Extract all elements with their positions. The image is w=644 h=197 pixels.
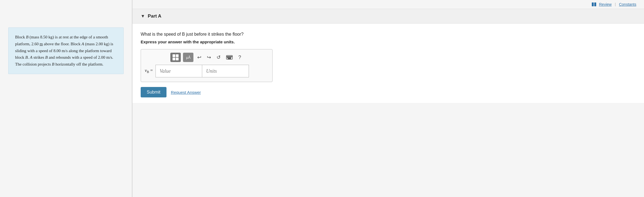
help-button[interactable]: ? — [237, 54, 243, 61]
toolbar: μÅ ↩ ↪ ↺ — [145, 53, 268, 62]
redo-button[interactable]: ↪ — [205, 53, 213, 61]
svg-rect-11 — [231, 57, 231, 58]
svg-rect-5 — [229, 56, 230, 57]
svg-rect-10 — [229, 57, 230, 58]
separator: | — [615, 2, 616, 7]
mu-button[interactable]: μÅ — [183, 53, 193, 62]
review-link[interactable]: Review — [599, 2, 612, 7]
equation-label: vB = — [145, 68, 153, 74]
svg-rect-6 — [230, 56, 231, 57]
svg-rect-8 — [227, 57, 228, 58]
grid-icon — [173, 54, 179, 60]
grid-button[interactable] — [170, 53, 181, 62]
keyboard-button[interactable] — [224, 54, 234, 61]
question-text: What is the speed of B just before it st… — [141, 32, 636, 37]
part-a-section: ▼ Part A — [132, 9, 644, 24]
problem-text: Block B (mass 8.50 kg) is at rest at the… — [15, 35, 113, 66]
question-instruction: Express your answer with the appropriate… — [141, 40, 636, 44]
svg-rect-0 — [592, 2, 594, 6]
input-row: vB = — [145, 65, 268, 77]
question-area: What is the speed of B just before it st… — [132, 24, 644, 103]
request-answer-link[interactable]: Request Answer — [171, 90, 201, 95]
buttons-row: Submit Request Answer — [141, 87, 636, 97]
left-panel: Block B (mass 8.50 kg) is at rest at the… — [0, 0, 132, 197]
top-bar: Review | Constants — [132, 0, 644, 9]
undo-button[interactable]: ↩ — [196, 53, 203, 61]
problem-box: Block B (mass 8.50 kg) is at rest at the… — [8, 27, 124, 74]
answer-box: μÅ ↩ ↪ ↺ — [141, 49, 273, 82]
book-icon — [592, 2, 596, 7]
refresh-button[interactable]: ↺ — [215, 53, 222, 61]
svg-rect-12 — [228, 58, 231, 59]
svg-rect-4 — [228, 56, 229, 57]
svg-rect-1 — [594, 2, 596, 6]
svg-rect-3 — [227, 56, 227, 57]
submit-button[interactable]: Submit — [141, 87, 166, 97]
units-input[interactable] — [202, 65, 249, 77]
constants-link[interactable]: Constants — [619, 2, 636, 7]
value-input[interactable] — [156, 65, 202, 77]
part-title: Part A — [148, 13, 161, 19]
right-panel: Review | Constants ▼ Part A What is the … — [132, 0, 644, 197]
svg-rect-7 — [231, 56, 232, 57]
svg-rect-9 — [228, 57, 229, 58]
collapse-arrow[interactable]: ▼ — [141, 14, 145, 19]
